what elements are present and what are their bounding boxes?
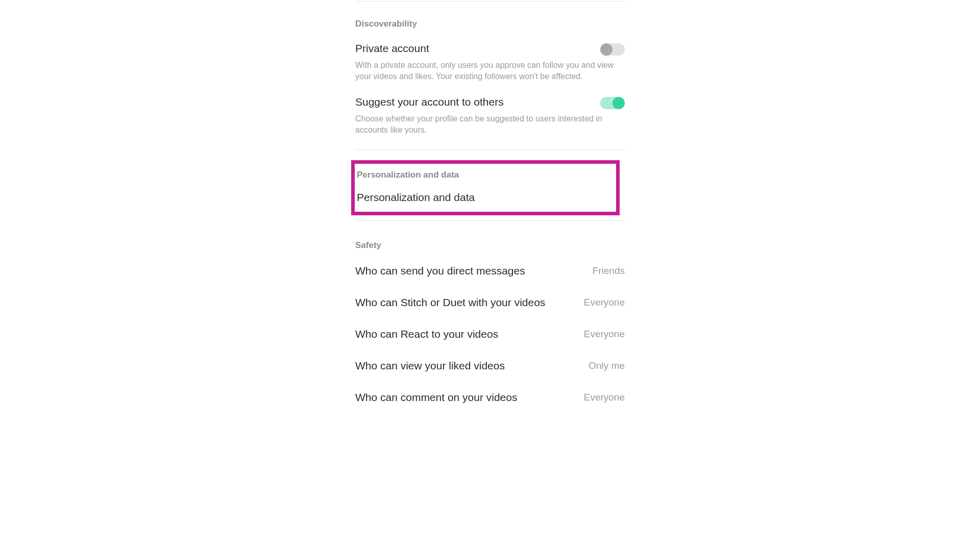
private-account-description: With a private account, only users you a… bbox=[355, 60, 625, 82]
section-divider bbox=[355, 149, 625, 150]
safety-value: Everyone bbox=[584, 329, 625, 340]
discoverability-section: Discoverability Private account With a p… bbox=[355, 19, 625, 135]
safety-row-liked-videos[interactable]: Who can view your liked videos Only me bbox=[355, 360, 625, 372]
safety-section: Safety Who can send you direct messages … bbox=[355, 240, 625, 404]
personalization-header: Personalization and data bbox=[357, 170, 614, 180]
safety-label: Who can view your liked videos bbox=[355, 360, 505, 372]
suggest-account-row: Suggest your account to others bbox=[355, 96, 625, 109]
private-account-row: Private account bbox=[355, 42, 625, 56]
safety-label: Who can Stitch or Duet with your videos bbox=[355, 296, 545, 309]
safety-value: Friends bbox=[593, 265, 625, 277]
safety-value: Everyone bbox=[584, 297, 625, 308]
safety-header: Safety bbox=[355, 240, 625, 251]
private-account-title: Private account bbox=[355, 42, 429, 55]
section-divider bbox=[355, 220, 625, 221]
private-account-toggle[interactable] bbox=[600, 43, 625, 56]
suggest-account-description: Choose whether your profile can be sugge… bbox=[355, 113, 625, 135]
personalization-item[interactable]: Personalization and data bbox=[357, 191, 614, 204]
personalization-highlight: Personalization and data Personalization… bbox=[351, 160, 620, 215]
safety-label: Who can send you direct messages bbox=[355, 265, 525, 277]
safety-row-direct-messages[interactable]: Who can send you direct messages Friends bbox=[355, 265, 625, 277]
safety-row-comment[interactable]: Who can comment on your videos Everyone bbox=[355, 391, 625, 404]
toggle-handle bbox=[600, 43, 612, 56]
safety-label: Who can React to your videos bbox=[355, 328, 498, 340]
safety-row-stitch-duet[interactable]: Who can Stitch or Duet with your videos … bbox=[355, 296, 625, 309]
safety-value: Only me bbox=[589, 360, 625, 371]
safety-value: Everyone bbox=[584, 392, 625, 403]
discoverability-header: Discoverability bbox=[355, 19, 625, 29]
toggle-handle bbox=[612, 97, 625, 109]
settings-container: Discoverability Private account With a p… bbox=[355, 0, 625, 404]
suggest-account-toggle[interactable] bbox=[600, 97, 625, 109]
top-divider bbox=[355, 1, 625, 2]
suggest-account-title: Suggest your account to others bbox=[355, 96, 504, 108]
safety-label: Who can comment on your videos bbox=[355, 391, 517, 404]
safety-row-react[interactable]: Who can React to your videos Everyone bbox=[355, 328, 625, 340]
